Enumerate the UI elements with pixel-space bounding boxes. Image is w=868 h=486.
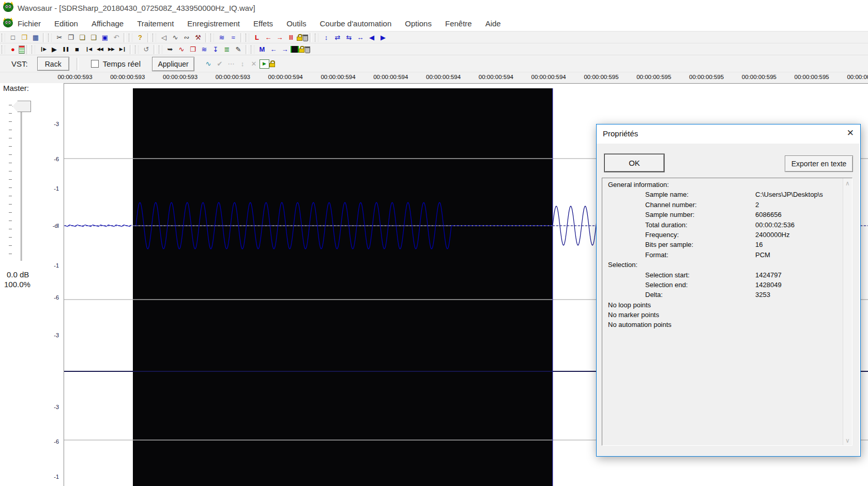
marker-left-channel-icon[interactable]: L: [251, 33, 263, 42]
open-file-icon[interactable]: ❒: [19, 33, 30, 42]
realtime-checkbox[interactable]: [91, 60, 99, 68]
toolbar-grip: [32, 45, 35, 54]
menu-edition[interactable]: Edition: [54, 19, 78, 28]
dialog-title-bar[interactable]: Propriétés ✕: [597, 124, 860, 144]
help-icon[interactable]: ?: [134, 33, 146, 42]
scroll-down-icon[interactable]: ∨: [843, 436, 852, 445]
paste-icon[interactable]: ❏: [77, 33, 88, 42]
ok-button[interactable]: OK: [604, 154, 664, 172]
go-to-start-icon[interactable]: ❙◀: [83, 44, 94, 54]
menu-fichier[interactable]: Fichier: [18, 19, 41, 28]
automation-scale-icon[interactable]: ↕: [237, 59, 248, 69]
menu-outils[interactable]: Outils: [286, 19, 306, 28]
property-label: Bits per sample:: [645, 241, 693, 248]
automation-delete-icon[interactable]: ✕: [248, 59, 260, 69]
trash-icon[interactable]: [304, 46, 310, 53]
report-document-icon[interactable]: ❒: [187, 44, 199, 54]
menu-options[interactable]: Options: [405, 19, 432, 28]
time-ruler[interactable]: 00:00:00:59300:00:00:59300:00:00:59300:0…: [0, 72, 868, 84]
master-slider-tick: [9, 212, 12, 213]
master-slider-tick: [9, 130, 12, 130]
play-from-cursor-icon[interactable]: ❙▶: [37, 44, 49, 54]
menu-aide[interactable]: Aide: [485, 19, 501, 28]
marker-previous-icon[interactable]: ←: [268, 44, 279, 54]
export-document-icon[interactable]: ➥: [164, 44, 176, 54]
record-icon[interactable]: ●: [7, 44, 19, 54]
go-to-end-icon[interactable]: ▶❙: [117, 44, 128, 54]
new-file-icon[interactable]: □: [7, 33, 19, 42]
toolbar-grip: [246, 34, 249, 42]
wave-markers-icon[interactable]: Ⅲ: [285, 33, 297, 42]
automation-lock-icon[interactable]: [269, 60, 275, 67]
envelope-point-icon[interactable]: ∿: [170, 33, 181, 42]
stop-icon[interactable]: ■: [71, 44, 83, 54]
wave-vertical-zoom-icon[interactable]: ↕: [321, 33, 332, 42]
property-label: Total duration:: [645, 221, 688, 229]
crop-selection-icon[interactable]: ▣: [99, 33, 111, 42]
menu-courbe-d-automation[interactable]: Courbe d'automation: [319, 19, 391, 28]
close-icon[interactable]: ✕: [847, 128, 854, 138]
rewind-icon[interactable]: ◀◀: [94, 44, 105, 54]
play-icon[interactable]: ▶: [49, 44, 60, 54]
scrollbar[interactable]: ∧ ∨: [843, 178, 852, 445]
marker-arrow-right-icon[interactable]: →: [274, 33, 285, 42]
master-slider-tick: [9, 254, 12, 254]
undo-icon[interactable]: ↶: [111, 33, 122, 42]
wave-shift-left-icon[interactable]: ⇄: [332, 33, 343, 42]
go-next-icon[interactable]: ▶: [377, 33, 389, 42]
paste-special-icon[interactable]: ❑: [88, 33, 99, 42]
menu-enregistrement[interactable]: Enregistrement: [187, 19, 240, 28]
settings-wrench-icon[interactable]: ⚒: [192, 33, 204, 42]
wave-shift-right-icon[interactable]: ⇆: [343, 33, 355, 42]
fast-forward-icon[interactable]: ▶▶: [105, 44, 117, 54]
menu-affichage[interactable]: Affichage: [92, 19, 124, 28]
batch-list-icon[interactable]: ≣: [221, 44, 233, 54]
master-slider-handle[interactable]: [12, 101, 31, 112]
document-logo-icon[interactable]: [3, 18, 13, 29]
wave-interpolate-icon[interactable]: ≋: [199, 44, 210, 54]
level-meter-icon[interactable]: [19, 45, 25, 54]
lock-icon[interactable]: [297, 34, 302, 41]
property-value: 2: [755, 200, 759, 210]
master-slider-tick: [9, 179, 12, 180]
automation-play-icon[interactable]: ▶: [260, 59, 269, 69]
automation-validate-icon[interactable]: ✔: [214, 59, 225, 69]
wave-loop-icon[interactable]: ≈: [227, 33, 239, 42]
wave-selection-icon[interactable]: ≋: [216, 33, 227, 42]
speaker-icon[interactable]: ◁: [158, 33, 170, 42]
normalize-icon[interactable]: ↧: [210, 44, 221, 54]
marker-arrow-left-icon[interactable]: ←: [263, 33, 274, 42]
menu-effets[interactable]: Effets: [253, 19, 273, 28]
marker-next-icon[interactable]: →: [279, 44, 291, 54]
menu-traitement[interactable]: Traitement: [137, 19, 174, 28]
export-text-button[interactable]: Exporter en texte: [785, 155, 853, 172]
draw-pencil-icon[interactable]: ✎: [233, 44, 244, 54]
go-previous-icon[interactable]: ◀: [366, 33, 377, 42]
scroll-up-icon[interactable]: ∧: [843, 179, 852, 187]
automation-curve-icon[interactable]: ∿: [203, 59, 214, 69]
menu-fen-tre[interactable]: Fenêtre: [445, 19, 472, 28]
property-label: Sample name:: [645, 191, 689, 198]
menu-bar: FichierEditionAffichageTraitementEnregis…: [0, 15, 868, 31]
loop-playback-icon[interactable]: ↺: [141, 44, 152, 54]
statistics-icon[interactable]: ∿: [176, 44, 187, 54]
trash-icon[interactable]: [302, 34, 308, 41]
property-row: Selection:: [602, 260, 840, 270]
vst-apply-button[interactable]: Appliquer: [152, 57, 194, 71]
property-value: 00:00:02:536: [755, 220, 795, 230]
envelope-node-icon[interactable]: ∾: [181, 33, 192, 42]
copy-icon[interactable]: ❐: [65, 33, 77, 42]
marker-add-icon[interactable]: M: [256, 44, 268, 54]
save-file-icon[interactable]: ▦: [30, 33, 41, 42]
master-slider-track[interactable]: [21, 104, 22, 261]
property-row: Bits per sample:16: [602, 240, 840, 249]
wave-region-icon[interactable]: [291, 46, 299, 53]
lock-icon[interactable]: [299, 46, 304, 53]
vst-rack-button[interactable]: Rack: [37, 57, 69, 71]
wave-crossfade-icon[interactable]: ↔: [355, 33, 366, 42]
automation-points-icon[interactable]: ⋯: [225, 59, 237, 69]
cut-icon[interactable]: ✂: [54, 33, 65, 42]
master-slider-tick: [9, 237, 12, 238]
pause-icon[interactable]: ❚❚: [60, 44, 71, 54]
ruler-label: 00:00:00:595: [689, 74, 724, 80]
